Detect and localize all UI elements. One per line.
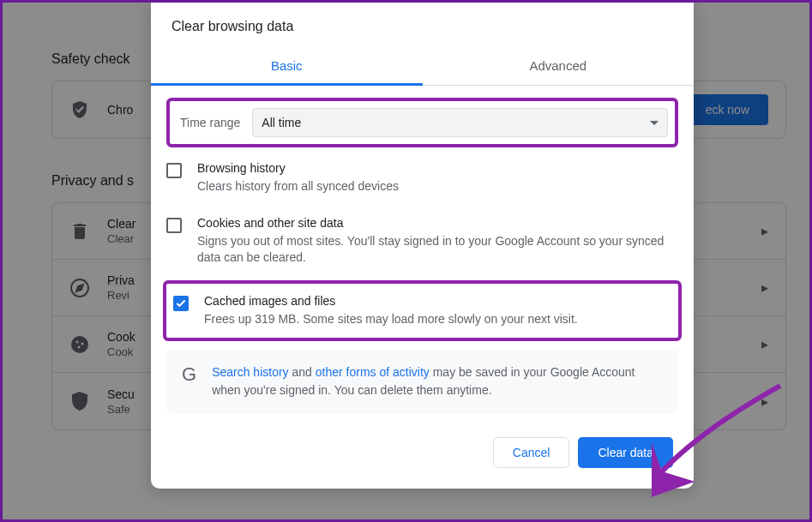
chevron-down-icon [650, 121, 659, 125]
other-activity-link[interactable]: other forms of activity [316, 365, 430, 379]
search-history-link[interactable]: Search history [212, 365, 288, 379]
clear-browsing-data-dialog: Clear browsing data Basic Advanced Time … [151, 0, 694, 489]
tab-basic[interactable]: Basic [151, 48, 423, 86]
cancel-button[interactable]: Cancel [493, 437, 570, 468]
option-cookies[interactable]: Cookies and other site data Signs you ou… [163, 206, 682, 277]
time-range-value: All time [262, 116, 301, 129]
checkbox-cache[interactable] [173, 296, 189, 311]
option-desc: Frees up 319 MB. Some sites may load mor… [204, 311, 671, 328]
option-browsing-history[interactable]: Browsing history Clears history from all… [163, 151, 682, 206]
google-account-info: G Search history and other forms of acti… [166, 350, 678, 413]
option-desc: Clears history from all synced devices [197, 178, 678, 195]
option-title: Cached images and files [204, 294, 671, 308]
option-title: Browsing history [197, 161, 678, 175]
option-cache[interactable]: Cached images and files Frees up 319 MB.… [170, 291, 675, 332]
info-text: Search history and other forms of activi… [212, 363, 663, 399]
checkbox-history[interactable] [166, 163, 182, 178]
time-range-highlight: Time range All time [166, 98, 678, 147]
checkbox-cookies[interactable] [166, 218, 182, 233]
time-range-label: Time range [177, 116, 240, 129]
option-desc: Signs you out of most sites. You'll stay… [197, 233, 678, 267]
google-icon: G [182, 363, 196, 386]
clear-data-button[interactable]: Clear data [578, 437, 673, 468]
dialog-title: Clear browsing data [151, 0, 694, 48]
cache-highlight: Cached images and files Frees up 319 MB.… [163, 280, 682, 342]
tab-advanced[interactable]: Advanced [423, 48, 695, 85]
option-title: Cookies and other site data [197, 216, 678, 230]
tab-bar: Basic Advanced [151, 48, 694, 86]
time-range-select[interactable]: All time [252, 108, 668, 137]
